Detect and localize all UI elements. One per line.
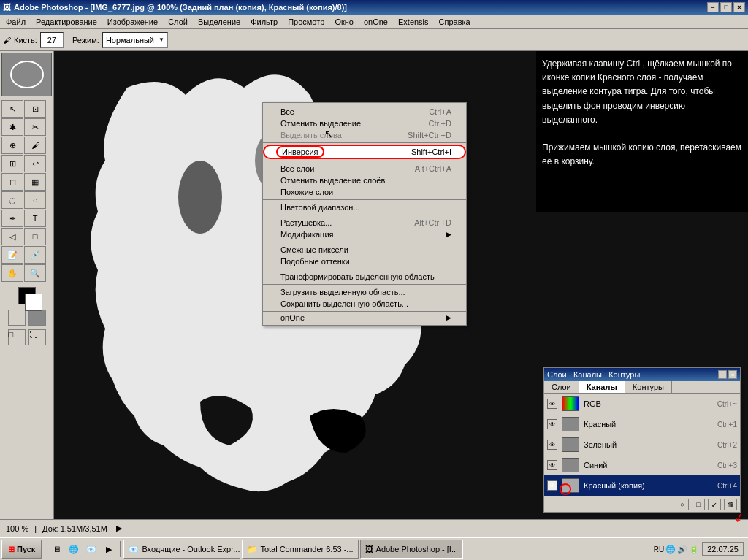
tool-clone[interactable]: ⊞ [1,155,23,172]
tab-channels[interactable]: Каналы [579,381,625,393]
outlook-icon: 📧 [129,545,139,554]
channel-green[interactable]: 👁 Зеленый Ctrl+2 [544,434,740,455]
menu-load-selection[interactable]: Загрузить выделенную область... [263,286,466,298]
system-clock[interactable]: 22:07:25 [702,542,744,556]
tool-brush[interactable]: 🖌 [24,137,46,154]
quick-media[interactable]: ▶ [101,541,117,557]
tool-shape[interactable]: □ [24,228,46,245]
tool-history-brush[interactable]: ↩ [24,155,46,172]
channel-red-copy-name: Красный (копия) [584,481,713,490]
mode-select[interactable]: Нормальный ▼ [102,32,168,48]
menu-inverse[interactable]: Инверсия Shift+Ctrl+I [263,145,466,159]
tool-move[interactable]: ↖ [1,100,23,118]
quick-show-desktop[interactable]: 🖥 [48,541,64,557]
tool-lasso[interactable]: ⊡ [24,100,46,118]
menu-save-selection[interactable]: Сохранить выделенную область... [263,298,466,310]
quick-ie[interactable]: 🌐 [66,541,82,557]
taskbar-btn-outlook[interactable]: 📧 Входящие - Outlook Expr... [123,540,240,559]
channel-new-from-selection[interactable]: ○ [676,499,689,510]
lang-indicator[interactable]: RU [654,545,664,553]
channels-close[interactable]: × [728,370,737,379]
brush-size-input[interactable]: 27 [40,32,64,48]
menu-filter[interactable]: Фильтр [246,16,282,28]
tab-layers[interactable]: Слои [544,381,579,393]
start-button[interactable]: ⊞ Пуск [1,540,42,559]
taskbar: ⊞ Пуск 🖥 🌐 📧 ▶ 📧 Входящие - Outlook Expr… [0,537,748,560]
tool-dodge[interactable]: ○ [24,191,46,209]
channel-save[interactable]: □ [692,499,705,510]
view-fullscreen[interactable]: ⛶ [28,329,46,345]
tool-gradient[interactable]: ▦ [24,173,46,191]
tool-blur[interactable]: ◌ [1,191,23,209]
doc-more-icon[interactable]: ▶ [116,523,122,533]
close-button[interactable]: × [733,2,745,12]
tool-magic-wand[interactable]: ✱ [1,118,23,136]
channels-minimize[interactable]: − [718,370,727,379]
channel-red-copy[interactable]: 👁 Красный (копия) Ctrl+4 [544,475,740,496]
tool-row-10: ✋ 🔍 [1,264,52,282]
tool-text[interactable]: T [24,210,46,227]
channel-blue[interactable]: 👁 Синий Ctrl+3 [544,455,740,475]
menu-onone[interactable]: onOne ▶ [263,312,466,323]
menu-transform-selection[interactable]: Трансформировать выделенную область [263,271,466,283]
tool-crop[interactable]: ✂ [24,118,46,136]
channel-delete[interactable]: 🗑 ↙ [724,499,737,510]
menu-help[interactable]: Справка [435,16,475,28]
menu-layer[interactable]: Слой [164,16,192,28]
minimize-button[interactable]: − [707,2,719,12]
tool-row-5: ◻ ▦ [1,173,52,191]
menu-feather[interactable]: Растушевка... Alt+Ctrl+D [263,217,466,229]
menu-edit[interactable]: Редактирование [31,16,102,28]
menu-file[interactable]: Файл [1,16,30,28]
menu-all-layers[interactable]: Все слои Alt+Ctrl+A [263,163,466,174]
channel-new[interactable]: ↙ [708,499,721,510]
tool-eyedropper[interactable]: 💉 [24,246,46,264]
channel-rgb[interactable]: 👁 RGB Ctrl+~ [544,394,740,414]
menu-window[interactable]: Окно [330,16,358,28]
network-icon: 🌐 [665,545,676,554]
view-standard[interactable]: □ [8,329,26,345]
taskbar-btn-commander[interactable]: 📁 Total Commander 6.53 -... [242,540,358,559]
menu-select[interactable]: Выделение [194,16,245,28]
tool-row-2: ✱ ✂ [1,118,52,136]
windows-logo: ⊞ [8,545,15,554]
quick-outlook[interactable]: 📧 [83,541,99,557]
taskbar-btn-photoshop[interactable]: 🖼 Adobe Photoshop - [I... [360,540,464,559]
menu-modify[interactable]: Модификация ▶ [263,229,466,240]
menu-view[interactable]: Просмотр [283,16,329,28]
menu-color-range[interactable]: Цветовой диапазон... [263,202,466,213]
channel-blue-eye: 👁 [547,460,557,470]
tool-heal[interactable]: ⊕ [1,137,23,154]
photoshop-icon: 🖼 [365,545,373,553]
tool-path-select[interactable]: ◁ [1,228,23,245]
tab-paths[interactable]: Контуры [625,381,672,393]
tool-zoom[interactable]: 🔍 [24,264,46,282]
channel-red-eye: 👁 [547,419,557,429]
background-color[interactable] [25,294,42,311]
menu-similar-layers[interactable]: Похожие слои [263,186,466,198]
tool-notes[interactable]: 📝 [1,246,23,264]
menu-grow[interactable]: Смежные пиксели [263,244,466,256]
tool-eraser[interactable]: ◻ [1,173,23,191]
menu-extensis[interactable]: Extensis [394,16,433,28]
standard-mode[interactable] [8,310,26,326]
maximize-button[interactable]: □ [720,2,732,12]
channel-red[interactable]: 👁 Красный Ctrl+1 [544,414,740,434]
tool-pen[interactable]: ✒ [1,210,23,227]
quick-mask[interactable] [28,310,46,326]
foreground-color[interactable] [18,287,36,304]
tool-row-8: ◁ □ [1,228,52,245]
menu-deselect-layers[interactable]: Отменить выделение слоёв [263,174,466,186]
menu-similar[interactable]: Подобные оттенки [263,256,466,267]
info-panel: Удерживая клавишу Ctrl , щёлкаем мышкой … [536,51,748,212]
menu-select-all[interactable]: Все Ctrl+A [263,106,466,118]
svg-point-2 [178,161,222,234]
menu-onone[interactable]: onOne [359,16,392,28]
delete-indicator [560,483,571,495]
tool-hand[interactable]: ✋ [1,264,23,282]
menu-deselect[interactable]: Отменить выделение Ctrl+D [263,118,466,129]
menu-reselect[interactable]: Выделить слова Shift+Ctrl+D [263,129,466,141]
channel-blue-shortcut: Ctrl+3 [717,461,737,469]
menu-image[interactable]: Изображение [103,16,162,28]
channel-rgb-shortcut: Ctrl+~ [717,400,737,408]
